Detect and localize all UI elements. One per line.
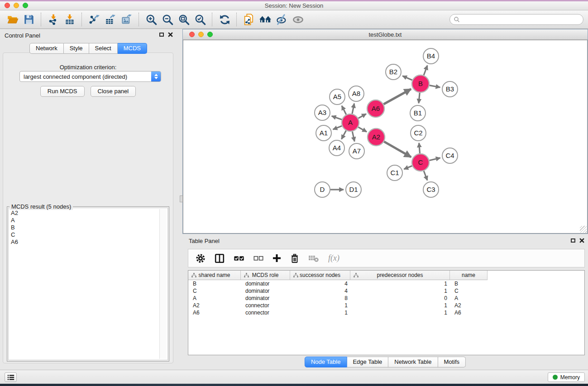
- float-table-panel-icon[interactable]: [571, 238, 575, 243]
- table-row[interactable]: Adominator80A: [188, 295, 584, 302]
- column-header-predecessor-nodes[interactable]: predecessor nodes: [350, 271, 450, 280]
- table-row[interactable]: Cdominator41C: [188, 287, 584, 295]
- graph-edge-A-A6[interactable]: [359, 114, 367, 119]
- graph-edge-A6-B[interactable]: [384, 89, 411, 105]
- graph-node-C3[interactable]: C3: [423, 182, 439, 197]
- tab-select[interactable]: Select: [89, 43, 118, 54]
- function-builder-icon[interactable]: f(x): [328, 253, 339, 263]
- mcds-result-item[interactable]: A2: [11, 210, 167, 217]
- graph-edge-B-B4[interactable]: [424, 66, 427, 76]
- select-all-rows-icon[interactable]: [234, 255, 244, 262]
- graph-node-C[interactable]: C: [412, 154, 429, 171]
- run-mcds-button[interactable]: Run MCDS: [40, 86, 85, 97]
- graph-edge-C-C2[interactable]: [419, 143, 420, 153]
- close-panel-icon[interactable]: [168, 32, 173, 37]
- column-header-mcds-role[interactable]: MCDS role: [241, 271, 290, 280]
- add-column-icon[interactable]: [272, 254, 281, 262]
- graph-edge-A-A4[interactable]: [341, 131, 346, 139]
- graph-node-A5[interactable]: A5: [330, 89, 345, 105]
- graph-edge-A-A1[interactable]: [333, 126, 342, 129]
- close-table-panel-icon[interactable]: [579, 238, 584, 243]
- graph-edge-B-B1[interactable]: [419, 93, 420, 103]
- delete-table-icon[interactable]: [308, 254, 319, 262]
- export-network-icon[interactable]: [86, 12, 102, 27]
- tab-network[interactable]: Network: [29, 43, 64, 54]
- zoom-in-icon[interactable]: [143, 12, 159, 27]
- splitter-handle[interactable]: [180, 195, 183, 202]
- float-panel-icon[interactable]: [159, 33, 164, 37]
- graph-node-D[interactable]: D: [315, 182, 330, 197]
- graph-node-B4[interactable]: B4: [423, 48, 439, 64]
- result-scrollbar[interactable]: [159, 209, 167, 359]
- deselect-all-rows-icon[interactable]: [253, 255, 263, 262]
- network-window-titlebar[interactable]: testGlobe.txt: [183, 29, 588, 40]
- column-header-successor-nodes[interactable]: successor nodes: [290, 271, 350, 280]
- graph-node-C4[interactable]: C4: [442, 148, 458, 163]
- resize-grip-icon[interactable]: [580, 226, 587, 233]
- task-history-button[interactable]: [5, 372, 17, 382]
- graph-edge-A2-C[interactable]: [384, 142, 411, 157]
- graph-node-B2[interactable]: B2: [386, 64, 401, 80]
- network-canvas[interactable]: AA1A2A3A4A5A6A7A8BB1B2B3B4CC1C2C3C4DD1: [183, 40, 588, 234]
- tab-style[interactable]: Style: [64, 43, 89, 54]
- table-row[interactable]: A2connector11A2: [188, 302, 584, 309]
- export-table-icon[interactable]: [102, 12, 119, 27]
- graph-edge-A-A7[interactable]: [352, 132, 354, 142]
- minimize-window-button[interactable]: [14, 3, 19, 8]
- import-table-icon[interactable]: [62, 12, 78, 27]
- table-row[interactable]: A6connector11A6: [188, 309, 584, 316]
- zoom-fit-icon[interactable]: [176, 12, 192, 27]
- zoom-selected-icon[interactable]: [192, 12, 208, 27]
- mcds-result-item[interactable]: B: [11, 224, 167, 231]
- graph-node-A2[interactable]: A2: [368, 129, 385, 146]
- graph-node-A1[interactable]: A1: [316, 125, 331, 141]
- mcds-result-item[interactable]: C: [11, 231, 167, 238]
- tab-node-table[interactable]: Node Table: [305, 357, 347, 367]
- export-image-icon[interactable]: [119, 12, 135, 27]
- graph-node-A8[interactable]: A8: [349, 86, 364, 101]
- show-columns-icon[interactable]: [215, 253, 225, 263]
- graph-node-A3[interactable]: A3: [315, 105, 330, 120]
- zoom-network-button[interactable]: [207, 32, 213, 37]
- tab-edge-table[interactable]: Edge Table: [347, 357, 388, 367]
- graph-edge-C-C3[interactable]: [424, 171, 427, 181]
- graph-node-C2[interactable]: C2: [411, 125, 426, 141]
- column-header-shared-name[interactable]: shared name: [188, 271, 241, 280]
- mcds-result-item[interactable]: A: [11, 217, 167, 224]
- minimize-network-button[interactable]: [198, 32, 204, 37]
- hide-graphics-icon[interactable]: [273, 12, 290, 27]
- graph-edge-C-C4[interactable]: [430, 158, 440, 161]
- table-row[interactable]: Bdominator41B: [188, 280, 584, 287]
- clone-network-icon[interactable]: [241, 12, 257, 27]
- tab-network-table[interactable]: Network Table: [388, 357, 438, 367]
- open-session-icon[interactable]: [5, 12, 21, 27]
- graph-node-B[interactable]: B: [412, 75, 429, 92]
- import-network-icon[interactable]: [45, 12, 62, 27]
- graph-node-B1[interactable]: B1: [410, 105, 425, 121]
- graph-edge-A-A5[interactable]: [342, 106, 346, 115]
- graph-node-A4[interactable]: A4: [329, 140, 344, 156]
- zoom-out-icon[interactable]: [159, 12, 176, 27]
- graph-node-C1[interactable]: C1: [387, 165, 402, 181]
- refresh-icon[interactable]: [216, 12, 233, 27]
- memory-button[interactable]: Memory: [548, 372, 585, 382]
- column-header-name[interactable]: name: [450, 271, 488, 280]
- search-input[interactable]: [460, 16, 579, 24]
- tab-mcds[interactable]: MCDS: [118, 43, 147, 54]
- graph-node-A[interactable]: A: [342, 114, 359, 131]
- tab-motifs[interactable]: Motifs: [438, 357, 466, 367]
- graph-edge-A-A2[interactable]: [358, 127, 367, 132]
- graph-edge-A-A3[interactable]: [332, 116, 342, 119]
- graph-edge-A-A8[interactable]: [352, 104, 354, 114]
- graph-node-B3[interactable]: B3: [442, 81, 458, 97]
- close-panel-button[interactable]: Close panel: [91, 86, 136, 97]
- table-settings-gear-icon[interactable]: [196, 253, 206, 263]
- graph-edge-B-B2[interactable]: [402, 76, 412, 80]
- close-window-button[interactable]: [5, 3, 10, 8]
- close-network-button[interactable]: [189, 32, 195, 37]
- graph-edge-C-C1[interactable]: [404, 166, 412, 169]
- mcds-result-item[interactable]: A6: [11, 238, 167, 246]
- delete-column-trash-icon[interactable]: [290, 253, 299, 263]
- home-layout-icon[interactable]: [257, 12, 273, 27]
- show-graphics-icon[interactable]: [290, 12, 306, 27]
